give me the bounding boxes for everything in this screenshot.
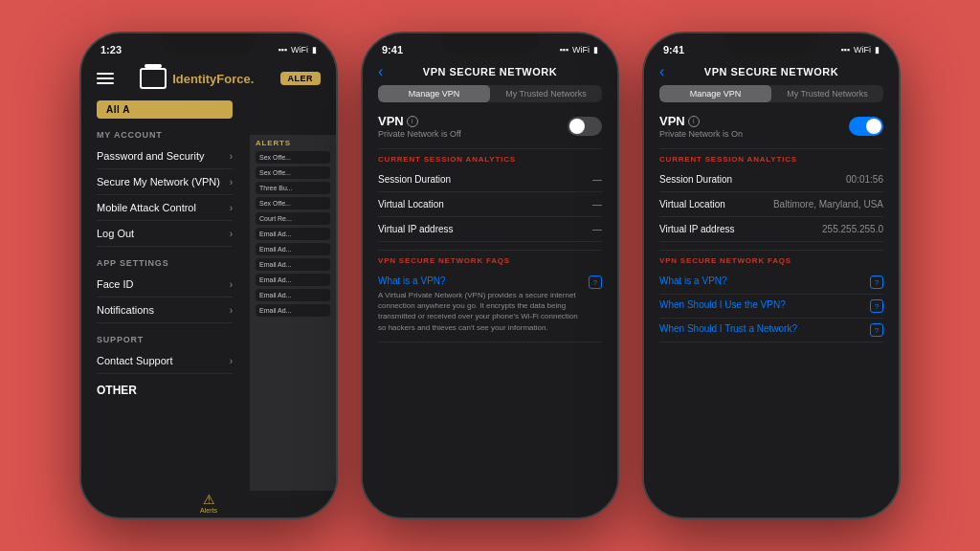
logo-icon xyxy=(140,68,167,89)
vpn-label-group-3: VPN i Private Network is On xyxy=(659,114,743,139)
tab-manage-vpn-2[interactable]: Manage VPN xyxy=(378,85,490,102)
status-bar-1: 1:23 ▪▪▪ WiFi ▮ xyxy=(81,33,336,60)
menu-item-faceid[interactable]: Face ID › xyxy=(97,272,233,298)
menu-item-password[interactable]: Password and Security › xyxy=(97,143,233,169)
chevron-icon: › xyxy=(230,177,233,187)
tab-manage-vpn-3[interactable]: Manage VPN xyxy=(659,85,771,102)
status-icons-1: ▪▪▪ WiFi ▮ xyxy=(278,45,317,55)
back-button-3[interactable]: ‹ xyxy=(659,63,664,80)
menu-item-mobile-attack[interactable]: Mobile Attack Control › xyxy=(97,195,233,221)
analytics-row-location-3: Virtual Location Baltimore, Maryland, US… xyxy=(659,192,883,217)
all-alerts-button[interactable]: All A xyxy=(97,100,233,119)
vpn-toggle-2[interactable] xyxy=(568,117,602,136)
tab-trusted-2[interactable]: My Trusted Networks xyxy=(490,85,602,102)
vpn-screen-title-3: VPN SECURE NETWORK xyxy=(704,66,838,77)
tab-alerts[interactable]: ⚠ Alerts xyxy=(200,492,217,514)
faq-question-2[interactable]: What is a VPN? xyxy=(378,276,585,286)
my-account-section: MY ACCOUNT Password and Security › Secur… xyxy=(81,122,248,251)
faq-question-3-3[interactable]: When Should I Trust a Network? xyxy=(659,323,797,334)
vpn-sublabel-3: Private Network is On xyxy=(659,129,743,139)
menu-item-notifications[interactable]: Notifications › xyxy=(97,298,233,323)
faq-item-3-3: When Should I Trust a Network? ? xyxy=(659,319,883,342)
chevron-icon: › xyxy=(230,151,233,162)
analytics-value-duration-2: — xyxy=(592,174,602,185)
status-time-1: 1:23 xyxy=(100,44,122,55)
phone-3-screen: 9:41 ▪▪▪ WiFi ▮ ‹ VPN SECURE NETWORK Man… xyxy=(644,33,899,518)
faq-item-2-3: When Should I Use the VPN? ? xyxy=(659,295,883,319)
faq-section-2: VPN SECURE NETWORK FAQS What is a VPN? A… xyxy=(378,250,602,342)
faq-desc-2: A Virtual Private Network (VPN) provides… xyxy=(378,286,585,337)
vpn-nav-2: ‹ VPN SECURE NETWORK xyxy=(363,60,617,81)
faq-question-icon-2: ? xyxy=(589,276,602,289)
list-item: Court Re... xyxy=(256,212,330,225)
faq-question-2-3[interactable]: When Should I Use the VPN? xyxy=(659,299,786,310)
phone-3: 9:41 ▪▪▪ WiFi ▮ ‹ VPN SECURE NETWORK Man… xyxy=(642,32,901,519)
vpn-tabs-3: Manage VPN My Trusted Networks xyxy=(659,85,883,102)
status-icons-3: ▪▪▪ WiFi ▮ xyxy=(840,45,880,55)
logo-dot: . xyxy=(251,72,255,86)
chevron-icon: › xyxy=(230,229,233,239)
signal-icon: ▪▪▪ xyxy=(559,45,568,55)
logo-name: IdentityForce xyxy=(172,72,251,86)
app-settings-section: APP SETTINGS Face ID › Notifications › xyxy=(81,251,248,327)
list-item: Three Bu... xyxy=(256,182,330,194)
chevron-icon: › xyxy=(230,356,233,366)
analytics-row-ip-3: Virtual IP address 255.255.255.0 xyxy=(659,217,883,242)
analytics-row-location-2: Virtual Location — xyxy=(378,192,602,217)
analytics-value-ip-3: 255.255.255.0 xyxy=(822,224,883,234)
status-time-3: 9:41 xyxy=(663,44,684,55)
phone-1: 1:23 ▪▪▪ WiFi ▮ IdentityForce. ALER All … xyxy=(79,32,338,519)
faq-question-icon-3-3: ? xyxy=(870,323,883,337)
phone-2: 9:41 ▪▪▪ WiFi ▮ ‹ VPN SECURE NETWORK Man… xyxy=(361,32,619,519)
analytics-value-duration-3: 00:01:56 xyxy=(846,174,883,185)
support-title: SUPPORT xyxy=(97,335,233,344)
faq-question-1-3[interactable]: What is a VPN? xyxy=(659,276,727,286)
vpn-toggle-row-2: VPN i Private Network is Off xyxy=(378,106,602,146)
chevron-icon: › xyxy=(230,305,233,316)
list-item: Sex Offe... xyxy=(256,166,330,179)
analytics-value-location-2: — xyxy=(592,199,602,209)
analytics-row-duration-2: Session Duration — xyxy=(378,167,602,192)
list-item: Email Ad... xyxy=(256,274,330,286)
phone-2-screen: 9:41 ▪▪▪ WiFi ▮ ‹ VPN SECURE NETWORK Man… xyxy=(363,33,617,518)
bottom-tab-bar: ⚠ Alerts xyxy=(81,491,336,518)
list-item: Sex Offe... xyxy=(256,151,330,164)
list-item: Email Ad... xyxy=(256,243,330,255)
vpn-label-2: VPN xyxy=(378,114,404,128)
other-section: OTHER xyxy=(81,378,248,399)
faq-item-what-2: What is a VPN? A Virtual Private Network… xyxy=(378,271,602,342)
analytics-section-label-2: CURRENT SESSION ANALYTICS xyxy=(378,148,602,167)
toggle-switch-on[interactable] xyxy=(849,117,883,136)
vpn-sublabel-2: Private Network is Off xyxy=(378,129,461,139)
list-item: Email Ad... xyxy=(256,258,330,271)
back-button-2[interactable]: ‹ xyxy=(378,63,383,80)
alert-column-title: ALERTS xyxy=(256,139,330,147)
alert-badge[interactable]: ALER xyxy=(280,72,322,85)
info-icon-3[interactable]: i xyxy=(688,116,700,127)
menu-item-logout[interactable]: Log Out › xyxy=(97,221,233,247)
vpn-label-group-2: VPN i Private Network is Off xyxy=(378,114,461,139)
list-item: Email Ad... xyxy=(256,304,330,317)
vpn-toggle-3[interactable] xyxy=(849,117,883,136)
menu-item-vpn[interactable]: Secure My Network (VPN) › xyxy=(97,169,233,195)
hamburger-menu-icon[interactable] xyxy=(97,73,114,84)
chevron-icon: › xyxy=(230,279,233,290)
my-account-title: MY ACCOUNT xyxy=(97,130,233,140)
vpn-screen-title-2: VPN SECURE NETWORK xyxy=(423,66,557,77)
identity-force-logo: IdentityForce. xyxy=(140,68,254,89)
vpn-body-2: VPN i Private Network is Off CURRENT SES… xyxy=(363,106,617,518)
analytics-section-label-3: CURRENT SESSION ANALYTICS xyxy=(659,148,883,167)
vpn-tabs-2: Manage VPN My Trusted Networks xyxy=(378,85,602,102)
menu-item-contact[interactable]: Contact Support › xyxy=(97,348,233,374)
vpn-toggle-row-3: VPN i Private Network is On xyxy=(659,106,883,146)
wifi-icon: WiFi xyxy=(291,45,308,55)
info-icon-2[interactable]: i xyxy=(407,116,418,127)
tab-trusted-3[interactable]: My Trusted Networks xyxy=(771,85,883,102)
status-bar-2: 9:41 ▪▪▪ WiFi ▮ xyxy=(363,33,617,60)
faq-item-1-3: What is a VPN? ? xyxy=(659,271,883,295)
analytics-row-ip-2: Virtual IP address — xyxy=(378,217,602,242)
vpn-label-3: VPN xyxy=(659,114,685,128)
list-item: Email Ad... xyxy=(256,228,330,240)
toggle-switch-off[interactable] xyxy=(568,117,602,136)
faq-question-icon-2-3: ? xyxy=(870,299,883,313)
